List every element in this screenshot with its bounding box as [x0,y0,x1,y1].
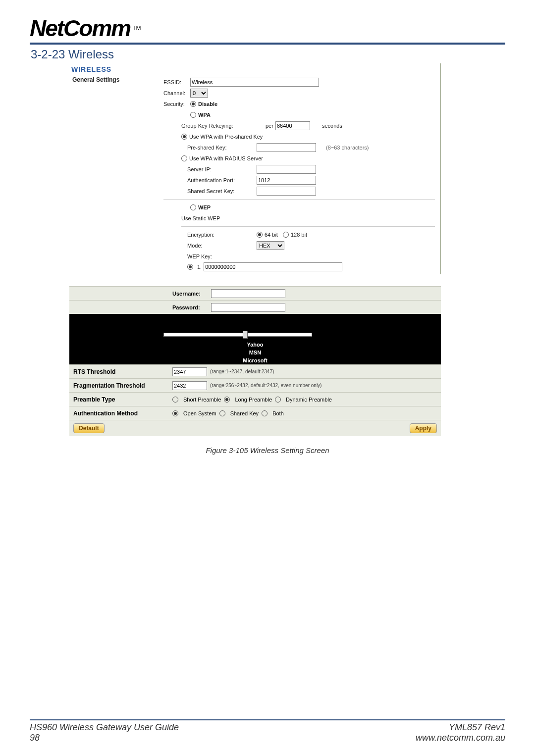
enc-64-radio[interactable] [257,232,263,238]
header-rule [30,43,505,45]
security-wpa-label: WPA [198,112,211,118]
gkr-per: per [266,123,273,129]
rts-threshold-input[interactable] [172,367,207,376]
channel-label: Channel: [163,90,190,96]
link-yahoo[interactable]: Yahoo [247,342,263,348]
wpa-radius-label: Use WPA with RADIUS Server [189,155,263,161]
rts-threshold-hint: (range:1~2347, default:2347) [210,369,274,374]
security-disable-label: Disable [198,101,217,107]
use-static-wep-label: Use Static WEP [181,215,220,221]
security-wep-label: WEP [198,204,211,210]
shared-secret-input[interactable] [257,187,316,196]
group-key-rekey-label: Group Key Rekeying: [181,123,246,129]
auth-shared-radio[interactable] [219,410,225,416]
security-disable-radio[interactable] [190,101,196,107]
footer-page-number: 98 [30,733,179,743]
brand-logo: NetComm TM [30,15,505,42]
enc-128-label: 128 bit [291,232,307,238]
auth-method-label: Authentication Method [69,408,168,419]
frag-threshold-input[interactable] [172,381,207,390]
link-msn[interactable]: MSN [249,350,261,355]
preamble-dynamic-label: Dynamic Preamble [286,397,332,403]
frag-threshold-label: Fragmentation Threshold [69,380,168,391]
logo-tm: TM [132,25,141,32]
username-input[interactable] [211,289,285,298]
enc-64-label: 64 bit [265,232,278,238]
slider-track[interactable] [163,333,312,337]
link-microsoft[interactable]: Microsoft [243,357,268,363]
frag-threshold-hint: (range:256~2432, default:2432, even numb… [210,383,321,388]
auth-port-input[interactable] [257,176,316,185]
wireless-settings-panel: WIRELESS General Settings ESSID: Channel… [69,63,441,274]
slider-bar [69,329,441,341]
wep-key-1-num: 1. [197,264,202,270]
preamble-short-label: Short Preamble [183,397,221,403]
advanced-settings-panel: Username: Password: Yahoo MSN Microsoft … [69,286,441,436]
footer-revision: YML857 Rev1 [416,722,505,733]
encryption-label: Encryption: [187,232,257,238]
gkr-input[interactable] [275,121,310,130]
auth-both-label: Both [272,410,284,416]
auth-open-label: Open System [183,410,216,416]
password-label: Password: [172,304,208,310]
apply-button[interactable]: Apply [410,423,437,433]
wpa-radius-radio[interactable] [181,155,187,161]
footer-guide-title: HS960 Wireless Gateway User Guide [30,722,179,733]
enc-128-radio[interactable] [283,232,289,238]
preamble-long-label: Long Preamble [235,397,272,403]
gkr-seconds: seconds [322,123,342,129]
preshared-key-hint: (8~63 characters) [326,145,369,151]
footer-url: www.netcomm.com.au [416,733,505,743]
general-settings-label: General Settings [69,76,163,274]
preamble-short-radio[interactable] [172,397,178,403]
shared-secret-label: Shared Secret Key: [187,188,257,194]
username-label: Username: [172,291,208,297]
security-wpa-radio[interactable] [190,112,196,118]
figure-caption: Figure 3-105 Wireless Setting Screen [30,446,505,454]
preamble-dynamic-radio[interactable] [275,397,281,403]
essid-input[interactable] [190,78,319,87]
preamble-long-radio[interactable] [224,397,230,403]
rts-threshold-label: RTS Threshold [69,366,168,377]
preshared-key-label: Pre-shared Key: [187,145,257,151]
auth-both-radio[interactable] [262,410,268,416]
wep-key-label: WEP Key: [187,253,212,259]
security-label: Security: [163,101,190,107]
channel-select[interactable]: 0 [190,89,208,98]
server-ip-input[interactable] [257,165,316,174]
mode-select[interactable]: HEX [257,241,284,250]
password-input[interactable] [211,303,285,312]
server-ip-label: Server IP: [187,166,257,172]
slider-thumb[interactable] [243,331,248,339]
wep-key-1-radio[interactable] [187,264,193,270]
wireless-heading: WIRELESS [69,63,440,76]
logo-text: NetComm [30,15,130,42]
section-title: 3-2-23 Wireless [31,48,505,61]
auth-port-label: Authentication Port: [187,177,257,183]
wpa-psk-label: Use WPA with Pre-shared Key [189,134,263,140]
wpa-psk-radio[interactable] [181,134,187,140]
wep-key-1-input[interactable] [204,262,342,271]
auth-open-radio[interactable] [172,410,178,416]
preshared-key-input[interactable] [257,143,316,152]
essid-label: ESSID: [163,79,190,85]
default-button[interactable]: Default [73,423,105,433]
auth-shared-label: Shared Key [230,410,259,416]
security-wep-radio[interactable] [190,204,196,210]
page-footer: HS960 Wireless Gateway User Guide 98 YML… [30,719,505,743]
preamble-type-label: Preamble Type [69,394,168,405]
mode-label: Mode: [187,243,257,249]
divider-bar [69,314,441,329]
